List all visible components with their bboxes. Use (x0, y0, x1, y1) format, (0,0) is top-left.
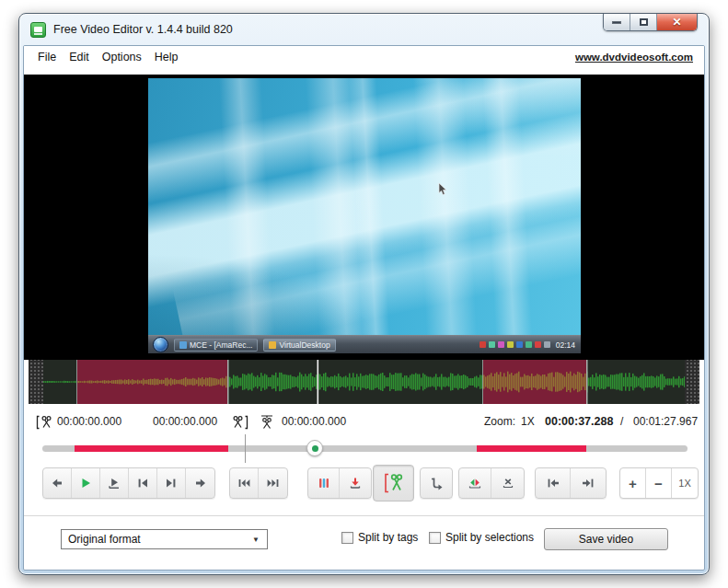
maximize-button[interactable] (630, 14, 657, 30)
play-from-marker-icon (107, 476, 121, 490)
split-by-selections-checkbox[interactable]: Split by selections (429, 531, 534, 544)
tray-icon (489, 341, 495, 348)
taskbar-clock: 02:14 (556, 340, 575, 350)
chevron-down-icon: ▼ (252, 536, 260, 544)
taskbar-app-label: VirtualDesktop (279, 340, 329, 350)
tray-icon (507, 341, 514, 348)
clear-selections-button[interactable] (491, 468, 524, 498)
tray-icon (544, 341, 550, 348)
seek-handle-dot (312, 445, 318, 452)
plus-icon: + (629, 476, 637, 491)
jump-group (535, 467, 607, 499)
turn-arrow-icon (428, 475, 445, 491)
selection-end-time: 00:00:00.000 (153, 415, 217, 428)
maximize-icon (640, 18, 648, 26)
title-bar[interactable]: Free Video Editor v. 1.4.4 build 820 ✕ (19, 14, 709, 45)
next-scene-button[interactable] (259, 468, 287, 498)
add-tag-button[interactable] (340, 468, 371, 498)
wallpaper-shading (148, 78, 581, 353)
play-from-marker-button[interactable] (100, 468, 129, 498)
zoom-group: + − 1X (619, 467, 699, 499)
tags-group (307, 467, 372, 499)
waveform-timeline[interactable] (29, 360, 699, 404)
previous-frame-button[interactable] (129, 468, 157, 498)
current-time: 00:00:37.288 (545, 415, 613, 428)
folder-icon (269, 341, 276, 349)
timeline-grip-left[interactable] (29, 360, 43, 404)
cut-selection-button[interactable] (373, 465, 414, 502)
total-time: 00:01:27.967 (633, 415, 698, 428)
invert-selection-button[interactable] (459, 468, 491, 498)
zoom-reset-button[interactable]: 1X (672, 468, 698, 498)
bar-arrow-left-icon (546, 476, 560, 490)
jump-to-start-button[interactable] (536, 468, 571, 498)
tags-button[interactable] (308, 468, 340, 498)
cut-scissors-icon (382, 472, 406, 494)
next-frame-button[interactable] (157, 468, 186, 498)
toolbar: + − 1X (24, 465, 704, 503)
step-back-button[interactable] (43, 468, 72, 498)
play-button[interactable] (72, 468, 100, 498)
slider-selection-2 (477, 445, 586, 452)
zoom-in-button[interactable]: + (620, 468, 646, 498)
previous-scene-icon (237, 476, 251, 490)
move-group (420, 467, 453, 499)
app-window: Free Video Editor v. 1.4.4 build 820 ✕ F… (18, 13, 710, 575)
website-link[interactable]: www.dvdvideosoft.com (575, 52, 697, 63)
previous-frame-icon (135, 476, 150, 490)
waveform-svg (29, 360, 701, 404)
video-preview: MCE - [AmaRec... VirtualDesktop (148, 78, 581, 353)
minus-icon: − (654, 476, 663, 491)
tray-icon (480, 341, 486, 348)
save-video-button[interactable]: Save video (544, 528, 668, 550)
minimize-button[interactable] (604, 14, 630, 30)
add-tag-icon (348, 476, 363, 490)
step-forward-button[interactable] (186, 468, 214, 498)
checkbox-box (341, 532, 353, 544)
menu-options[interactable]: Options (96, 49, 148, 65)
invert-selection-icon (468, 476, 482, 490)
window-title: Free Video Editor v. 1.4.4 build 820 (53, 23, 233, 36)
app-icon (30, 22, 46, 38)
start-orb-icon (153, 337, 168, 352)
previous-scene-button[interactable] (230, 468, 259, 498)
mouse-cursor-icon (438, 183, 447, 196)
zoom-value: 1X (521, 415, 535, 428)
menu-file[interactable]: File (31, 49, 63, 65)
timeline-grip-right[interactable] (685, 360, 699, 404)
close-button[interactable]: ✕ (657, 14, 697, 30)
slider-selection-1 (75, 445, 228, 452)
playback-group (42, 467, 215, 499)
minimize-icon (612, 21, 621, 24)
play-icon (78, 476, 93, 490)
output-format-value: Original format (68, 533, 141, 546)
taskbar-app-2: VirtualDesktop (263, 339, 335, 352)
output-format-select[interactable]: Original format ▼ (61, 529, 268, 549)
app-icon (179, 341, 187, 349)
bar-arrow-right-icon (581, 476, 595, 490)
seek-track[interactable] (42, 445, 688, 452)
arrow-left-icon (50, 476, 64, 490)
seek-handle[interactable] (306, 440, 323, 456)
cut-position-marker (245, 434, 246, 463)
arrow-right-icon (193, 476, 208, 490)
tags-icon (317, 476, 331, 490)
selection-group (458, 467, 525, 499)
selection-start-time: 00:00:00.000 (57, 415, 121, 428)
timeline-playhead (318, 360, 319, 404)
checkbox-box (429, 532, 441, 544)
scene-group (229, 467, 288, 499)
menu-edit[interactable]: Edit (63, 49, 96, 65)
system-tray: 02:14 (480, 340, 581, 350)
menu-help[interactable]: Help (148, 49, 185, 65)
selection-end-scissors-icon (230, 415, 248, 430)
time-divider: / (620, 415, 623, 428)
jump-to-end-button[interactable] (571, 468, 606, 498)
tray-icon (498, 341, 504, 348)
video-stage: MCE - [AmaRec... VirtualDesktop (24, 75, 704, 360)
tray-icon (516, 341, 523, 348)
zoom-out-button[interactable]: − (646, 468, 672, 498)
turn-arrow-button[interactable] (421, 468, 452, 498)
zoom-reset-label: 1X (678, 478, 690, 489)
split-by-tags-checkbox[interactable]: Split by tags (341, 531, 418, 544)
